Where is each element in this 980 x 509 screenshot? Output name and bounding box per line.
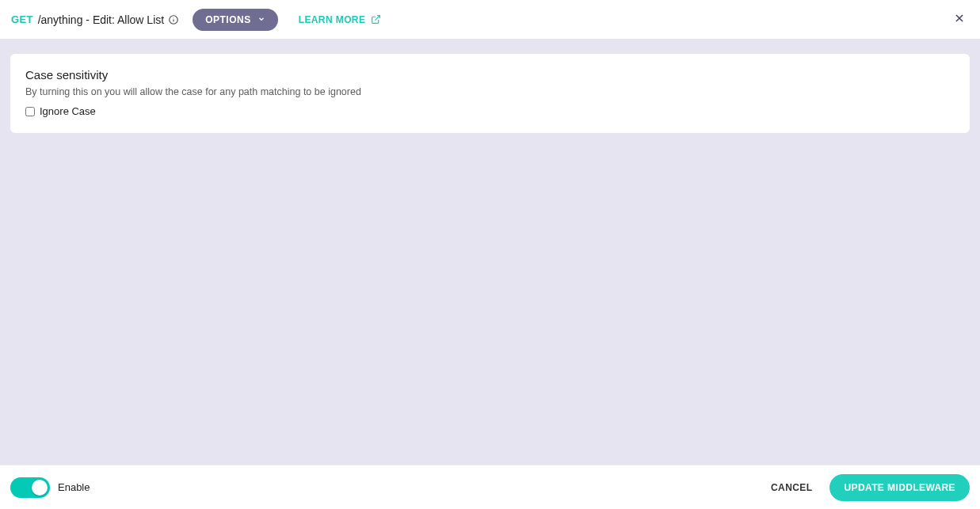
- http-method-badge: GET: [11, 13, 33, 25]
- info-icon[interactable]: [167, 13, 180, 26]
- toggle-knob: [32, 480, 48, 496]
- header-bar: GET /anything - Edit: Allow List OPTIONS…: [0, 0, 980, 40]
- update-middleware-button[interactable]: UPDATE MIDDLEWARE: [829, 474, 970, 501]
- svg-point-2: [174, 17, 174, 18]
- svg-line-3: [376, 16, 380, 21]
- enable-toggle[interactable]: [10, 477, 50, 498]
- ignore-case-row[interactable]: Ignore Case: [25, 105, 955, 117]
- content-area: Case sensitivity By turning this on you …: [0, 40, 980, 465]
- options-button-label: OPTIONS: [205, 14, 251, 25]
- chevron-down-icon: [257, 14, 265, 25]
- page-title: /anything - Edit: Allow List: [38, 13, 165, 26]
- case-sensitivity-card: Case sensitivity By turning this on you …: [10, 54, 970, 133]
- close-icon: [954, 11, 965, 28]
- external-link-icon: [371, 14, 381, 25]
- options-button[interactable]: OPTIONS: [193, 9, 278, 31]
- footer-bar: Enable CANCEL UPDATE MIDDLEWARE: [0, 465, 980, 509]
- card-description: By turning this on you will allow the ca…: [25, 86, 955, 97]
- card-title: Case sensitivity: [25, 68, 955, 82]
- ignore-case-label: Ignore Case: [40, 105, 96, 117]
- cancel-button[interactable]: CANCEL: [761, 474, 822, 501]
- learn-more-link[interactable]: LEARN MORE: [299, 14, 382, 25]
- ignore-case-checkbox[interactable]: [25, 107, 35, 116]
- close-button[interactable]: [950, 10, 969, 29]
- learn-more-label: LEARN MORE: [299, 14, 366, 25]
- enable-toggle-label: Enable: [58, 481, 90, 493]
